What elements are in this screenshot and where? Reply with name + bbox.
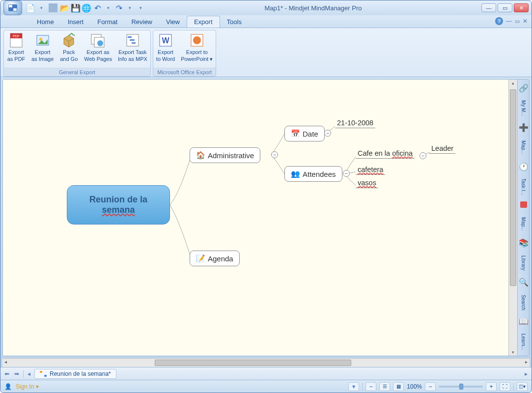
collapse-button[interactable]: − [324,130,331,137]
pack-and-go-button[interactable]: Pack and Go [56,30,81,68]
tab-home[interactable]: Home [30,16,61,28]
tab-review[interactable]: Review [124,16,159,28]
app-orb-button[interactable] [3,0,22,15]
zoom-level: 100% [407,383,422,390]
word-icon: W [158,32,173,48]
export-to-powerpoint-button[interactable]: Export to PowerPoint ▾ [178,30,216,68]
tab-export[interactable]: Export [187,16,220,28]
redo-dropdown-icon[interactable]: ▾ [125,3,134,12]
side-tab-learn[interactable]: Learn... [518,328,529,356]
qat-customize-icon[interactable]: ▾ [136,3,145,12]
signin-button[interactable]: Sign In ▾ [16,383,39,390]
subtopic-attendee[interactable]: Cafe en la oficina [356,149,415,159]
redo-icon[interactable]: ↷ [114,3,123,12]
ribbon-close-icon[interactable]: ✕ [523,18,528,25]
search-icon[interactable]: 🔍 [519,278,528,287]
topic-administrative[interactable]: 🏠 Administrative [190,147,260,163]
open-icon[interactable]: 📂 [60,3,69,12]
ribbon-group-label: General Export [4,68,150,76]
window-title: Map1* - Mindjet MindManager Pro [145,4,481,12]
help-icon[interactable]: ? [495,17,503,25]
side-tab-taskinfo[interactable]: Task I... [518,173,529,200]
tab-scroll-right-icon[interactable]: ▸ [524,370,529,377]
topic-attendees[interactable]: 👥 Attendees [284,166,342,182]
taskinfo-icon[interactable]: 🕐 [519,162,528,171]
learn-icon[interactable]: 📖 [519,317,528,326]
mindmap-canvas[interactable]: Reunion de la semana 🏠 Administrative − … [3,80,508,356]
ribbon-restore-icon[interactable]: ▭ [515,18,520,25]
side-tab-library[interactable]: Library [518,250,529,277]
fit-map-icon[interactable]: ⛶ [500,382,510,391]
topic-date[interactable]: 📅 Date [284,126,325,141]
subtopic-date-value[interactable]: 21-10-2008 [335,119,375,128]
tab-view[interactable]: View [159,16,187,28]
vscroll-thumb[interactable] [510,89,516,286]
close-button[interactable]: ✕ [514,3,529,12]
save-icon[interactable]: 💾 [71,3,80,12]
people-icon: 👥 [291,169,300,178]
mapmarkers-icon[interactable] [520,201,527,208]
export-mpx-button[interactable]: Export Task Info as MPX [115,30,150,68]
collapse-button[interactable]: − [343,170,350,177]
root-topic[interactable]: Reunion de la semana [67,185,170,225]
tab-insert[interactable]: Insert [61,16,91,28]
collapse-button[interactable]: − [420,152,426,159]
subtopic-leader[interactable]: Leader [429,144,455,154]
side-tab-mapparts[interactable]: Map... [518,134,529,161]
map-view-icon[interactable]: ▦ [393,382,404,391]
nav-forward-icon[interactable]: ➡ [13,370,20,377]
window-split-icon[interactable]: ◫▾ [517,382,528,391]
svg-rect-10 [128,36,132,38]
zoom-minus-icon[interactable]: − [425,382,436,391]
zoom-slider[interactable] [439,386,483,388]
tab-tools[interactable]: Tools [220,16,249,28]
vertical-scrollbar[interactable]: ▴ ▾ [508,80,517,356]
undo-icon[interactable]: ↶ [93,3,102,12]
svg-text:W: W [162,36,169,45]
topic-agenda[interactable]: 📝 Agenda [190,251,240,266]
svg-rect-11 [130,39,135,41]
undo-dropdown-icon[interactable]: ▾ [104,3,112,12]
new-doc-icon[interactable]: 📄 [26,3,35,12]
minimize-button[interactable]: — [481,3,496,12]
side-tab-mapmarkers[interactable]: Map... [518,210,529,237]
side-tab-mymaps[interactable]: My M... [518,94,529,122]
export-as-image-button[interactable]: Export as Image [28,30,56,68]
document-tab[interactable]: Reunion de la semana* [34,369,116,379]
signin-icon[interactable]: 👤 [4,383,12,390]
maximize-button[interactable]: ▭ [498,3,512,12]
export-as-pdf-button[interactable]: PDF Export as PDF [4,30,28,68]
svg-rect-12 [132,42,136,44]
export-to-word-button[interactable]: W Export to Word [153,30,178,68]
horizontal-scrollbar[interactable]: ◂ ▸ [2,358,530,367]
tab-format[interactable]: Format [90,16,124,28]
filter-icon[interactable]: ▼ [348,382,359,391]
app-window: 📄 ▾ 📂 💾 🌐 ↶ ▾ ↷ ▾ ▾ Map1* - Mindjet Mind… [0,0,532,393]
publish-icon[interactable]: 🌐 [82,3,91,12]
statusbar: 👤 Sign In ▾ ▼ − ☰ ▦ 100% − + ⛶ ◫▾ [0,380,532,393]
zoom-out-icon[interactable]: − [365,382,376,391]
mymaps-icon[interactable]: 🔗 [519,84,528,92]
ribbon-minimize-icon[interactable]: — [506,18,512,25]
qat-separator [49,3,57,12]
export-web-pages-button[interactable]: Export as Web Pages [81,30,115,68]
canvas-area: Reunion de la semana 🏠 Administrative − … [2,79,530,356]
subtopic-attendee[interactable]: vasos [356,179,378,188]
new-dropdown-icon[interactable]: ▾ [37,3,46,12]
document-tabstrip: ⬅ ➡ ◂ Reunion de la semana* ▸ [0,367,532,380]
ribbon-group-office-export: W Export to Word Export to PowerPoint ▾ … [153,30,217,77]
mapparts-icon[interactable]: ➕ [519,123,528,132]
subtopic-attendee[interactable]: cafetera [356,166,385,175]
pdf-icon: PDF [8,32,24,48]
task-panes: 🔗 My M... ➕ Map... 🕐 Task I... Map... 📚 … [517,80,529,356]
zoom-thumb[interactable] [459,384,463,390]
side-tab-search[interactable]: Search [518,289,529,316]
outline-view-icon[interactable]: ☰ [379,382,390,391]
zoom-plus-icon[interactable]: + [486,382,497,391]
library-icon[interactable]: 📚 [519,239,528,248]
quick-access-toolbar: 📄 ▾ 📂 💾 🌐 ↶ ▾ ↷ ▾ ▾ [26,3,145,12]
collapse-button[interactable]: − [271,151,278,158]
hscroll-thumb[interactable] [155,360,351,366]
nav-back-icon[interactable]: ⬅ [3,370,10,377]
tab-scroll-left-icon[interactable]: ◂ [27,370,31,377]
